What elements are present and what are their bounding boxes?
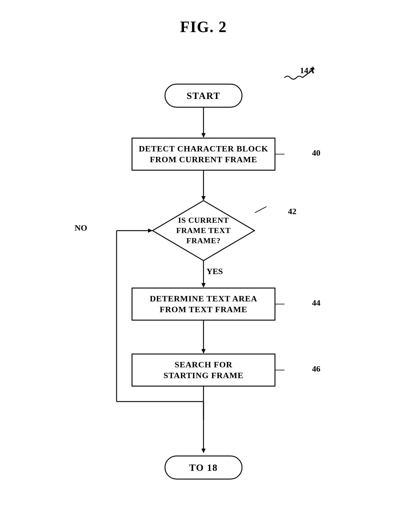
node-diamond-wrapper: IS CURRENTFRAME TEXT FRAME? [153, 201, 254, 261]
node-end: TO 18 [165, 456, 242, 480]
ref-14a-label: 14A [300, 66, 314, 75]
label-yes: YES [206, 267, 223, 276]
ref-42: 42 [288, 207, 296, 216]
svg-line-19 [255, 207, 266, 213]
label-no: NO [75, 223, 87, 233]
svg-marker-8 [201, 283, 206, 288]
ref-46: 46 [312, 364, 320, 374]
node-detect: DETECT CHARACTER BLOCKFROM CURRENT FRAME [132, 138, 275, 171]
svg-marker-5 [201, 196, 206, 201]
svg-marker-18 [201, 449, 206, 453]
svg-marker-3 [201, 133, 206, 138]
svg-marker-10 [201, 349, 206, 354]
node-determine: DETERMINE TEXT AREAFROM TEXT FRAME [132, 288, 275, 321]
figure-title: FIG. 2 [180, 18, 227, 36]
diamond-text: IS CURRENTFRAME TEXT FRAME? [171, 215, 236, 246]
node-search: SEARCH FORSTARTING FRAME [132, 354, 275, 387]
flowchart-svg [69, 60, 338, 510]
page: FIG. 2 14A [0, 0, 407, 532]
ref-40: 40 [312, 148, 320, 158]
svg-marker-15 [148, 229, 153, 233]
node-start: START [165, 84, 242, 108]
flowchart-container: 14A [69, 60, 338, 510]
ref-44: 44 [312, 298, 320, 308]
